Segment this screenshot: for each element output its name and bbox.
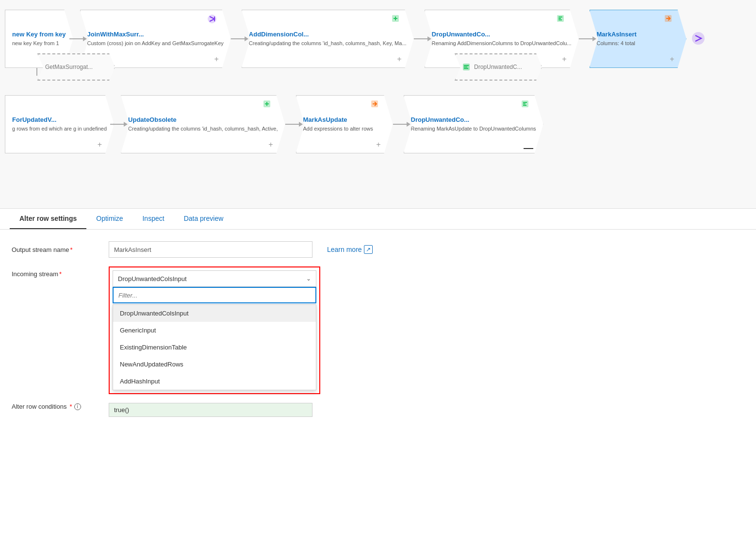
external-link-icon: ↗ — [364, 245, 373, 254]
dropdown-options-list: DropUnwantedColsInput GenericInput Exist… — [113, 304, 316, 390]
pipeline-row-1: new Key from key new key Key from 1 + Jo… — [0, 0, 756, 68]
node-new-key-body: new key Key from 1 — [12, 40, 66, 47]
node-mark-as-insert-title: MarkAsInsert — [597, 31, 679, 38]
tab-alter-row[interactable]: Alter row settings — [10, 209, 86, 229]
connector-r2-1 — [110, 124, 125, 125]
node-new-key-title: new Key from key — [12, 31, 66, 38]
orange-alter-icon — [664, 14, 673, 24]
node-drop-unwanted-dashed[interactable]: DropUnwantedC... — [455, 53, 542, 81]
orange-alter2-icon — [370, 100, 379, 110]
dropdown-option-2[interactable]: ExistingDimensionTable — [113, 339, 316, 356]
incoming-stream-select[interactable]: DropUnwantedColsInput ⌄ — [113, 270, 316, 287]
node-for-updated-body: g rows from ed which are g in undefined — [12, 125, 107, 133]
tab-data-preview[interactable]: Data preview — [174, 209, 233, 229]
node-add-dimension-title: AddDimensionCol... — [249, 31, 407, 38]
minus-icon-r2-3[interactable] — [524, 148, 533, 149]
node-drop-unwanted-dashed-title: DropUnwantedC... — [474, 64, 522, 70]
connector-r2-3 — [393, 124, 408, 125]
node-for-updated-title: ForUpdatedV... — [12, 116, 107, 123]
node-for-updated[interactable]: ForUpdatedV... g rows from ed which are … — [5, 95, 114, 153]
node-drop-unwanted-title: DropUnwantedCo... — [432, 31, 572, 38]
pipeline-row-2: ForUpdatedV... g rows from ed which are … — [0, 85, 756, 153]
node-join-title: JoinWithMaxSurr... — [87, 31, 224, 38]
green-derived2-icon — [263, 100, 271, 110]
connector-1 — [69, 38, 84, 39]
dropdown-option-3[interactable]: NewAndUpdatedRows — [113, 356, 316, 373]
purple-icon-right — [691, 32, 705, 47]
node-update-obsolete-title: UpdateObsolete — [128, 116, 278, 123]
incoming-stream-label: Incoming stream* — [12, 266, 109, 278]
output-stream-row: Output stream name* Learn more ↗ — [12, 241, 744, 258]
node-mark-as-update-body: Add expressions to alter rows — [303, 125, 386, 133]
node-update-obsolete[interactable]: UpdateObsolete Creating/updating the col… — [121, 95, 285, 153]
node-add-dimension[interactable]: AddDimensionCol... Creating/updating the… — [242, 10, 414, 68]
dropdown-option-4[interactable]: AddHashInput — [113, 373, 316, 390]
plus-icon-r2-0[interactable]: + — [96, 140, 104, 149]
incoming-stream-dropdown-wrapper: DropUnwantedColsInput ⌄ DropUnwantedCols… — [109, 266, 320, 394]
node-get-max-title: GetMaxSurrogat... — [45, 64, 93, 70]
tabs-bar: Alter row settings Optimize Inspect Data… — [0, 209, 756, 230]
form-area: Output stream name* Learn more ↗ Incomin… — [0, 230, 756, 417]
node-update-obsolete-body: Creating/updating the columns 'id_hash, … — [128, 125, 278, 133]
node-drop-unwanted-co3-body: Renaming MarkAsUpdate to DropUnwantedCol… — [411, 125, 536, 133]
node-drop-unwanted-co3[interactable]: DropUnwantedCo... Renaming MarkAsUpdate … — [404, 95, 543, 153]
connector-2 — [231, 38, 246, 39]
alter-row-conditions-label: Alter row conditions * i — [12, 403, 109, 410]
node-drop-unwanted-co3-title: DropUnwantedCo... — [411, 116, 536, 123]
connector-4 — [579, 38, 593, 39]
node-mark-as-update[interactable]: MarkAsUpdate Add expressions to alter ro… — [296, 95, 393, 153]
node-add-dimension-body: Creating/updating the columns 'id_hash, … — [249, 40, 407, 47]
dropdown-option-1[interactable]: GenericInput — [113, 322, 316, 339]
output-stream-input[interactable] — [109, 241, 312, 258]
green-select-icon — [556, 14, 565, 24]
purple-join-icon — [207, 14, 217, 25]
plus-icon-r2-2[interactable]: + — [374, 140, 382, 149]
plus-icon-3[interactable]: + — [560, 55, 568, 64]
output-stream-label: Output stream name* — [12, 246, 109, 253]
node-mark-as-update-title: MarkAsUpdate — [303, 116, 386, 123]
node-join-body: Custom (cross) join on AddKey and GetMax… — [87, 40, 224, 47]
output-stream-required: * — [70, 246, 73, 253]
tab-optimize[interactable]: Optimize — [86, 209, 132, 229]
dropdown-option-0[interactable]: DropUnwantedColsInput — [113, 305, 316, 322]
bottom-panel: Alter row settings Optimize Inspect Data… — [0, 209, 756, 548]
node-mark-as-insert-body: Columns: 4 total — [597, 40, 679, 47]
incoming-stream-row: Incoming stream* DropUnwantedColsInput ⌄… — [12, 266, 744, 394]
connector-r2-2 — [285, 124, 300, 125]
filter-input[interactable] — [113, 287, 316, 303]
green-derived-icon — [391, 14, 400, 24]
plus-icon-2[interactable]: + — [395, 55, 403, 64]
tab-inspect[interactable]: Inspect — [132, 209, 174, 229]
condition-value-display: true() — [109, 403, 312, 417]
pipeline-canvas: new Key from key new key Key from 1 + Jo… — [0, 0, 756, 209]
learn-more-link[interactable]: Learn more ↗ — [327, 245, 373, 254]
node-mark-as-insert[interactable]: MarkAsInsert Columns: 4 total + — [590, 10, 687, 68]
node-drop-unwanted-body: Renaming AddDimensionColumns to DropUnwa… — [432, 40, 572, 47]
node-get-max-surrogate[interactable]: GetMaxSurrogat... — [37, 53, 115, 81]
connector-3 — [414, 38, 428, 39]
info-icon[interactable]: i — [74, 403, 81, 410]
svg-point-4 — [692, 32, 705, 45]
plus-icon-1[interactable]: + — [212, 55, 220, 64]
chevron-down-icon: ⌄ — [306, 275, 311, 282]
green-select3-icon — [521, 100, 529, 110]
plus-icon-r2-1[interactable]: + — [266, 140, 275, 149]
incoming-stream-required: * — [59, 270, 62, 278]
alter-row-conditions-row: Alter row conditions * i true() — [12, 403, 744, 417]
plus-icon-4[interactable]: + — [668, 55, 676, 64]
